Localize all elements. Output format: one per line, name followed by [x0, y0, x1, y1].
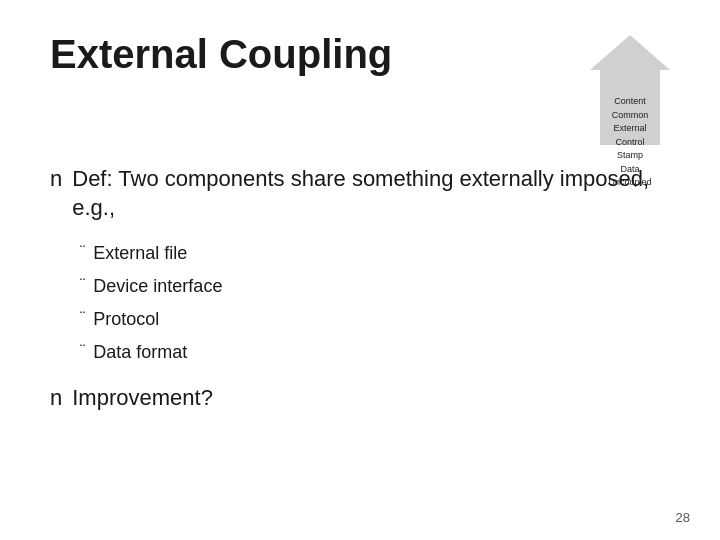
sub-bullet-icon-0: ¨: [80, 240, 85, 264]
bullet-dot-1: n: [50, 165, 62, 194]
label-data: Data: [620, 163, 639, 177]
diagram-labels: Content Common External Control Stamp Da…: [600, 95, 660, 190]
sub-bullet-icon-1: ¨: [80, 273, 85, 297]
coupling-diagram: Content Common External Control Stamp Da…: [590, 35, 670, 145]
main-bullet-1: n Def: Two components share something ex…: [50, 165, 670, 222]
sub-bullet-3: ¨ Data format: [80, 339, 670, 366]
bullet-dot-2: n: [50, 384, 62, 413]
sub-bullet-text-1: Device interface: [93, 273, 222, 300]
sub-bullet-icon-3: ¨: [80, 339, 85, 363]
sub-bullets-list: ¨ External file ¨ Device interface ¨ Pro…: [80, 240, 670, 366]
main-bullet-2: n Improvement?: [50, 384, 670, 413]
label-external: External: [613, 122, 646, 136]
bullet-text-1: Def: Two components share something exte…: [72, 165, 670, 222]
label-stamp: Stamp: [617, 149, 643, 163]
sub-bullet-0: ¨ External file: [80, 240, 670, 267]
header-area: External Coupling Content Common Externa…: [50, 30, 670, 145]
label-uncoupled: Uncoupled: [608, 176, 651, 190]
sub-bullet-icon-2: ¨: [80, 306, 85, 330]
slide: External Coupling Content Common Externa…: [0, 0, 720, 540]
sub-bullet-1: ¨ Device interface: [80, 273, 670, 300]
arrow-diagram: Content Common External Control Stamp Da…: [590, 35, 670, 145]
sub-bullet-text-2: Protocol: [93, 306, 159, 333]
page-number: 28: [676, 510, 690, 525]
sub-bullet-text-0: External file: [93, 240, 187, 267]
slide-content: n Def: Two components share something ex…: [50, 165, 670, 413]
label-common: Common: [612, 109, 649, 123]
sub-bullet-text-3: Data format: [93, 339, 187, 366]
label-control: Control: [615, 136, 644, 150]
label-content: Content: [614, 95, 646, 109]
slide-title: External Coupling: [50, 30, 570, 78]
arrow-body: Content Common External Control Stamp Da…: [600, 65, 660, 145]
bullet-text-2: Improvement?: [72, 384, 213, 413]
sub-bullet-2: ¨ Protocol: [80, 306, 670, 333]
